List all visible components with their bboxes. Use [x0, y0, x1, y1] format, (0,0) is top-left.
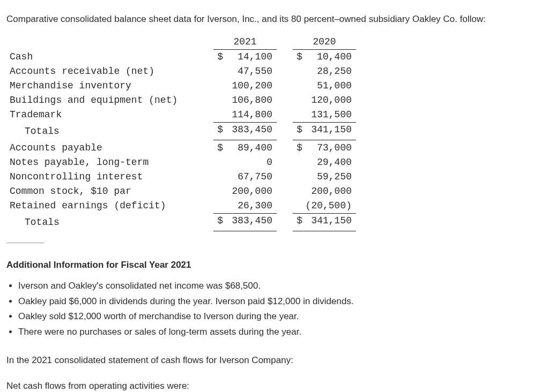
cell-value: 114,800: [224, 108, 277, 123]
table-row: Retained earnings (deficit) 26,300 (20,5…: [10, 199, 356, 214]
row-label: Buildings and equipment (net): [10, 93, 213, 108]
cell-value: 200,000: [224, 184, 277, 199]
row-label: Common stock, $10 par: [10, 184, 213, 199]
currency-symbol: $: [213, 213, 224, 230]
row-label: Noncontrolling interest: [10, 170, 213, 184]
table-row: Common stock, $10 par 200,000 200,000: [10, 184, 356, 199]
cell-value: 29,400: [303, 155, 356, 170]
currency-symbol: $: [293, 122, 303, 139]
cell-value: 73,000: [303, 141, 356, 155]
cell-value: 131,500: [303, 108, 356, 123]
list-item: There were no purchases or sales of long…: [18, 325, 543, 339]
list-item: Oakley paid $6,000 in dividends during t…: [18, 295, 543, 308]
table-row: Noncontrolling interest 67,750 59,250: [10, 170, 356, 184]
table-row: Cash $ 14,100 $ 10,400: [10, 49, 356, 64]
currency-symbol: $: [213, 141, 224, 155]
currency-symbol: $: [293, 213, 303, 230]
list-item: Iverson and Oakley's consolidated net in…: [18, 279, 543, 293]
divider: [6, 243, 44, 243]
row-label: Totals: [10, 217, 60, 228]
table-row-total: Totals $ 383,450 $ 341,150: [10, 213, 356, 230]
cell-value: 14,100: [224, 49, 277, 64]
question-stem: In the 2021 consolidated statement of ca…: [6, 353, 543, 367]
row-label: Cash: [10, 49, 213, 64]
cell-value: 47,550: [224, 64, 277, 79]
currency-symbol: $: [293, 141, 303, 155]
question-prompt: Net cash flows from operating activities…: [6, 379, 543, 393]
row-label: Accounts receivable (net): [10, 64, 213, 79]
list-item: Oakley sold $12,000 worth of merchandise…: [18, 310, 543, 323]
table-row: Notes payable, long-term 0 29,400: [10, 155, 356, 170]
table-row: Merchandise inventory 100,200 51,000: [10, 79, 356, 93]
cell-value: 10,400: [303, 49, 356, 64]
row-label: Trademark: [10, 108, 213, 123]
currency-symbol: $: [213, 49, 224, 64]
cell-value: 200,000: [303, 184, 356, 199]
row-label: Accounts payable: [10, 141, 213, 155]
table-row: Buildings and equipment (net) 106,800 12…: [10, 93, 356, 108]
cell-value: 89,400: [224, 141, 277, 155]
row-label: Retained earnings (deficit): [10, 199, 213, 214]
table-row: Accounts payable $ 89,400 $ 73,000: [10, 141, 356, 155]
additional-info-list: Iverson and Oakley's consolidated net in…: [6, 279, 543, 338]
table-row: Accounts receivable (net) 47,550 28,250: [10, 64, 356, 79]
cell-value: 26,300: [224, 199, 277, 214]
cell-value: 383,450: [224, 122, 277, 139]
col-header-2021: 2021: [213, 35, 277, 50]
cell-value: 120,000: [303, 93, 356, 108]
balance-sheet-table: 2021 2020 Cash $ 14,100 $ 10,400 Account…: [10, 35, 356, 230]
row-label: Merchandise inventory: [10, 79, 213, 93]
cell-value: 51,000: [303, 79, 356, 93]
table-row-total: Totals $ 383,450 $ 341,150: [10, 122, 356, 139]
currency-symbol: $: [213, 122, 224, 139]
cell-value: 0: [224, 155, 277, 170]
cell-value: 67,750: [224, 170, 277, 184]
intro-text: Comparative consolidated balance sheet d…: [6, 12, 543, 26]
row-label: Notes payable, long-term: [10, 155, 213, 170]
row-label: Totals: [10, 126, 60, 137]
table-row: Trademark 114,800 131,500: [10, 108, 356, 123]
cell-value: 106,800: [224, 93, 277, 108]
cell-value: 383,450: [224, 213, 277, 230]
cell-value: 28,250: [303, 64, 356, 79]
cell-value: 341,150: [303, 213, 356, 230]
cell-value: 59,250: [303, 170, 356, 184]
cell-value: 341,150: [303, 122, 356, 139]
cell-value: (20,500): [303, 199, 356, 214]
cell-value: 100,200: [224, 79, 277, 93]
col-header-2020: 2020: [293, 35, 356, 50]
additional-info-heading: Additional Information for Fiscal Year 2…: [6, 258, 543, 272]
currency-symbol: $: [293, 49, 303, 64]
